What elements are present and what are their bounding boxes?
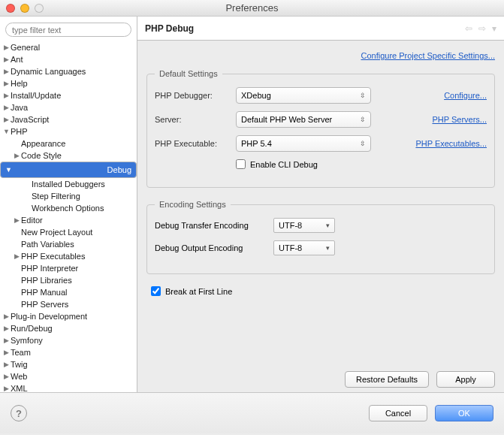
chevron-right-icon: ▶ xyxy=(14,152,20,159)
tree-item[interactable]: PHP Servers xyxy=(0,298,137,310)
tree-item-label: Plug-in Development xyxy=(10,312,87,321)
chevron-right-icon: ▶ xyxy=(3,92,10,99)
tree-item-label: Ant xyxy=(10,55,23,64)
minimize-icon[interactable] xyxy=(20,4,29,13)
configure-link[interactable]: Configure... xyxy=(444,91,487,100)
executable-select[interactable]: PHP 5.4⇳ xyxy=(236,135,371,152)
tree-item-label: Workbench Options xyxy=(31,204,104,213)
chevron-right-icon: ▶ xyxy=(3,44,10,51)
tree-item[interactable]: Appearance xyxy=(0,137,137,150)
chevron-right-icon: ▶ xyxy=(3,349,10,356)
server-select[interactable]: Default PHP Web Server⇳ xyxy=(236,111,371,128)
chevron-right-icon: ▶ xyxy=(3,361,10,368)
filter-input[interactable] xyxy=(5,23,131,37)
tree-item[interactable]: PHP Interpreter xyxy=(0,262,137,274)
tree-item[interactable]: ▶XML xyxy=(0,382,137,392)
tree-item[interactable]: Step Filtering xyxy=(0,190,137,202)
ok-button[interactable]: OK xyxy=(435,405,493,421)
tree-item-label: JavaScript xyxy=(10,115,49,124)
tree-item-label: XML xyxy=(10,384,28,392)
group-legend: Default Settings xyxy=(155,69,222,78)
tree-item[interactable]: ▼Debug xyxy=(0,162,137,178)
tree-item[interactable]: ▼PHP xyxy=(0,125,137,137)
group-legend: Encoding Settings xyxy=(155,200,231,209)
tree-item-label: Java xyxy=(10,103,28,112)
tree-item-label: Debug xyxy=(107,165,131,174)
close-icon[interactable] xyxy=(6,4,15,13)
debugger-select[interactable]: XDebug⇳ xyxy=(236,87,371,104)
tree-item[interactable]: Installed Debuggers xyxy=(0,178,137,190)
tree-item-label: Path Variables xyxy=(20,240,74,249)
tree-item-label: Help xyxy=(10,79,28,88)
tree-item-label: PHP xyxy=(10,127,28,136)
preferences-tree[interactable]: ▶General▶Ant▶Dynamic Languages▶Help▶Inst… xyxy=(0,41,137,392)
tree-item-label: Symfony xyxy=(10,336,43,345)
debugger-label: PHP Debugger: xyxy=(155,91,230,100)
break-first-line-checkbox[interactable] xyxy=(151,286,161,296)
tree-item[interactable]: ▶JavaScript xyxy=(0,113,137,125)
tree-item-label: Web xyxy=(10,372,27,381)
tree-item[interactable]: ▶Twig xyxy=(0,358,137,370)
chevron-updown-icon: ⇳ xyxy=(360,140,366,147)
tree-item-label: PHP Executables xyxy=(20,252,85,261)
tree-item[interactable]: Workbench Options xyxy=(0,202,137,214)
tree-item-label: PHP Interpreter xyxy=(20,264,78,273)
menu-chevron-icon[interactable]: ▾ xyxy=(492,23,496,34)
tree-item-label: Twig xyxy=(10,360,28,369)
tree-item[interactable]: ▶Help xyxy=(0,77,137,89)
tree-item[interactable]: ▶Editor xyxy=(0,214,137,226)
footer: ? Cancel OK xyxy=(0,392,504,433)
chevron-down-icon: ▾ xyxy=(326,222,330,229)
chevron-right-icon: ▶ xyxy=(3,373,10,380)
chevron-right-icon: ▶ xyxy=(3,116,10,123)
tree-item[interactable]: New Project Layout xyxy=(0,226,137,238)
chevron-right-icon: ▶ xyxy=(3,104,10,111)
window-title: Preferences xyxy=(0,2,504,14)
tree-item[interactable]: ▶Dynamic Languages xyxy=(0,65,137,77)
tree-item[interactable]: ▶Run/Debug xyxy=(0,322,137,334)
chevron-right-icon: ▶ xyxy=(3,385,10,392)
tree-item-label: Run/Debug xyxy=(10,324,53,333)
tree-item[interactable]: ▶Ant xyxy=(0,53,137,65)
page-title: PHP Debug xyxy=(145,23,194,34)
cancel-button[interactable]: Cancel xyxy=(369,405,427,421)
executable-label: PHP Executable: xyxy=(155,139,230,148)
cli-debug-checkbox[interactable] xyxy=(236,159,246,169)
tree-item[interactable]: ▶Symfony xyxy=(0,334,137,346)
tree-item[interactable]: PHP Manual xyxy=(0,286,137,298)
break-first-line-label: Break at First Line xyxy=(165,287,232,296)
tree-item[interactable]: ▶Team xyxy=(0,346,137,358)
back-icon[interactable]: ⇦ xyxy=(465,23,472,34)
tree-item-label: Install/Update xyxy=(10,91,61,100)
sidebar: ▶General▶Ant▶Dynamic Languages▶Help▶Inst… xyxy=(0,17,137,392)
chevron-right-icon: ▶ xyxy=(3,337,10,344)
tree-item[interactable]: Path Variables xyxy=(0,238,137,250)
chevron-right-icon: ▶ xyxy=(3,80,10,87)
window-controls xyxy=(6,4,44,13)
tree-item-label: Team xyxy=(10,348,31,357)
forward-icon[interactable]: ⇨ xyxy=(478,23,486,34)
tree-item-label: Appearance xyxy=(20,139,65,148)
apply-button[interactable]: Apply xyxy=(436,371,495,388)
transfer-encoding-select[interactable]: UTF-8▾ xyxy=(273,218,335,233)
php-executables-link[interactable]: PHP Executables... xyxy=(415,139,487,148)
chevron-right-icon: ▶ xyxy=(3,68,10,75)
tree-item[interactable]: ▶Install/Update xyxy=(0,89,137,101)
tree-item[interactable]: ▶General xyxy=(0,41,137,53)
php-servers-link[interactable]: PHP Servers... xyxy=(432,115,487,124)
output-encoding-select[interactable]: UTF-8▾ xyxy=(273,240,335,255)
restore-defaults-button[interactable]: Restore Defaults xyxy=(345,371,429,388)
tree-item[interactable]: ▶Web xyxy=(0,370,137,382)
cli-debug-label: Enable CLI Debug xyxy=(250,160,318,169)
tree-item[interactable]: ▶Plug-in Development xyxy=(0,310,137,322)
tree-item-label: PHP Manual xyxy=(20,288,68,297)
help-icon[interactable]: ? xyxy=(11,405,27,421)
tree-item[interactable]: ▶Java xyxy=(0,101,137,113)
project-settings-link[interactable]: Configure Project Specific Settings... xyxy=(361,51,495,60)
tree-item[interactable]: PHP Libraries xyxy=(0,274,137,286)
output-encoding-label: Debug Output Encoding xyxy=(155,243,267,252)
tree-item[interactable]: ▶PHP Executables xyxy=(0,250,137,262)
server-label: Server: xyxy=(155,115,230,124)
chevron-down-icon: ▼ xyxy=(5,166,12,174)
tree-item[interactable]: ▶Code Style xyxy=(0,150,137,162)
